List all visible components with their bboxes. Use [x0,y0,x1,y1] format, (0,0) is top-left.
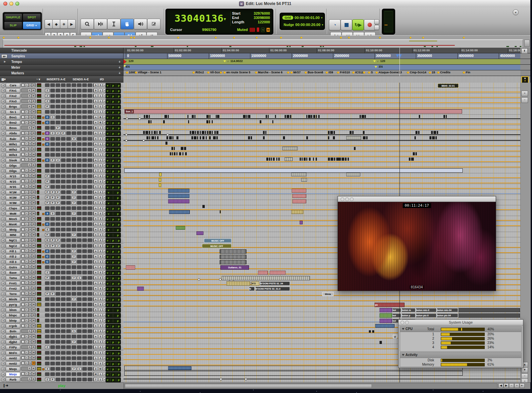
send-slot[interactable] [77,94,82,98]
send-slot[interactable] [77,137,82,141]
track-collapse-icon[interactable]: ▾ [1,335,5,339]
audio-clip[interactable] [226,281,250,286]
send-slot[interactable] [77,121,82,124]
insert-slot[interactable] [50,228,55,231]
scroll-down-button[interactable]: ▼ [521,367,528,373]
insert-slot[interactable] [61,345,66,349]
send-slot[interactable] [88,164,92,167]
audio-clip[interactable] [192,115,194,118]
send-slot[interactable] [82,185,87,189]
mute-button[interactable]: M [32,190,35,194]
audio-clip[interactable] [328,131,330,134]
input-button[interactable]: I [25,131,28,135]
insert-slot[interactable]: 2 [56,244,60,248]
insert-badge[interactable]: 2 [45,378,49,381]
audio-clip[interactable] [209,136,211,139]
audio-clip[interactable] [316,115,317,118]
track-collapse-icon[interactable]: ▾ [1,169,5,173]
insert-slot[interactable] [45,324,50,328]
insert-slot[interactable] [50,329,55,333]
insert-slot[interactable] [56,206,60,210]
insert-slot[interactable]: P [56,238,60,242]
solo-button[interactable]: S [29,212,32,215]
insert-slot[interactable] [66,265,71,269]
mute-button[interactable]: M [32,286,35,290]
output-path-badge[interactable]: 1 [98,164,103,167]
insert-slot[interactable] [66,131,71,135]
send-slot[interactable] [72,115,76,119]
audio-clip[interactable] [443,115,445,118]
insert-slot[interactable]: F [50,378,55,381]
insert-badge[interactable]: P [51,239,55,242]
input-button[interactable]: I [25,115,28,119]
audio-clip[interactable] [275,115,276,118]
audio-clip[interactable] [171,147,173,150]
insert-slot[interactable] [50,94,55,98]
track-name-dilgs[interactable]: Dilgs [6,169,20,173]
track-name-moss[interactable]: MosS [6,217,20,221]
insert-slot[interactable] [61,244,66,248]
insert-slot[interactable] [56,121,60,124]
insert-slot[interactable]: D [45,238,50,242]
insert-slot[interactable]: D [45,244,50,248]
input-path-badge[interactable]: 7 [94,378,98,381]
input-path-badge[interactable]: 1 [94,356,98,360]
track-name-dilgs[interactable]: Dilgs [6,163,20,168]
send-slot[interactable] [88,244,92,248]
automation-breakpoint[interactable] [138,118,141,120]
track-name-blntp[interactable]: blntp [6,318,20,323]
send-slot[interactable] [82,313,87,317]
input-button[interactable]: I [25,270,28,274]
insert-slot[interactable] [61,308,66,312]
audio-clip[interactable] [172,152,173,155]
send-slot[interactable] [82,153,87,157]
mute-button[interactable]: M [32,254,35,258]
insert-slot[interactable] [61,260,66,264]
audio-clip[interactable] [214,131,216,134]
track-collapse-icon[interactable]: ▾ [1,212,5,216]
mute-button[interactable]: M [32,185,35,188]
track-collapse-icon[interactable]: ▾ [1,372,5,377]
insert-badge[interactable]: 2 [45,89,49,92]
send-slot[interactable] [82,329,87,333]
send-slot[interactable] [88,329,92,333]
audio-clip[interactable] [415,131,417,134]
ruler-label-meter[interactable]: Meter+ [0,65,124,70]
insert-slot[interactable] [66,180,71,183]
insert-slot[interactable] [61,121,66,124]
record-enable-button[interactable] [22,185,24,188]
insert-slot[interactable] [61,276,66,280]
send-slot[interactable] [72,265,76,269]
record-enable-button[interactable] [22,228,24,231]
send-slot[interactable] [82,217,87,221]
toolbar-menu-button[interactable]: ▼ [513,9,519,15]
input-path-badge[interactable]: 3 [94,367,98,371]
input-button[interactable]: I [25,190,28,194]
track-name-blnm[interactable]: blnm [6,308,20,312]
mute-button[interactable]: M [32,217,35,221]
mute-button[interactable]: M [32,169,35,172]
mute-button[interactable]: M [32,179,35,183]
output-path-badge[interactable]: 3 [98,206,103,210]
audio-clip[interactable] [168,189,189,193]
solo-button[interactable]: S [29,244,32,247]
ruler-samples[interactable]: 0500000010000000150000002000000025000000… [124,53,520,59]
audio-clip[interactable] [197,136,198,139]
audio-clip-bolonp[interactable]: bolon p [401,313,415,318]
insert-slot[interactable] [56,185,60,189]
transport-extra-button-0[interactable] [374,19,379,24]
send-slot[interactable] [82,89,87,92]
track-collapse-icon[interactable]: ▾ [1,148,5,152]
mute-button[interactable]: M [32,212,35,215]
audio-clip[interactable] [266,115,267,118]
send-badge[interactable]: 1 [72,330,76,333]
insert-slot[interactable] [50,83,55,87]
track-name-msqs[interactable]: Msqs [6,372,20,377]
input-button[interactable]: I [25,372,28,376]
input-path-badge[interactable]: n [94,196,98,199]
track-name-ngc1[interactable]: NgC1 [6,238,20,243]
audio-clip[interactable] [309,157,311,161]
tempo-change-triangle[interactable] [373,60,376,64]
send-slot[interactable]: 7 [72,196,76,199]
track-name-fxv2[interactable]: FXv2 [6,94,20,98]
